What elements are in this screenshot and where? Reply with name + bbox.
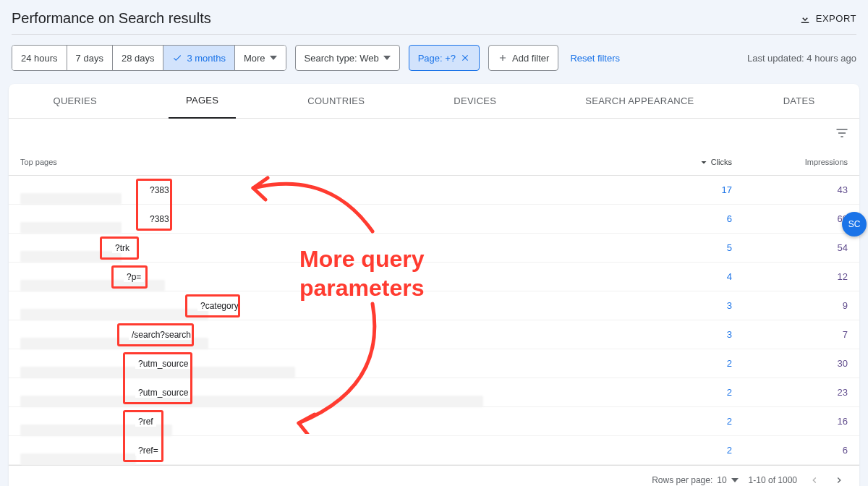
th-clicks-label: Clicks	[711, 158, 732, 166]
page-range: 1-10 of 1000	[749, 475, 797, 485]
prev-page-button[interactable]	[807, 473, 822, 486]
clicks-value: 6	[660, 213, 775, 224]
th-clicks[interactable]: Clicks	[660, 158, 775, 166]
tab-queries[interactable]: QUERIES	[36, 84, 114, 119]
chevron-right-icon	[833, 474, 845, 486]
page-query-text: /search?search	[129, 330, 194, 340]
next-page-button[interactable]	[832, 473, 846, 486]
page-query-text: ?ref=	[135, 446, 161, 456]
tab-countries[interactable]: COUNTRIES	[290, 84, 382, 119]
floating-badge[interactable]: SC	[842, 212, 867, 236]
impressions-value: 23	[775, 387, 848, 398]
table-filter-button[interactable]	[835, 126, 849, 142]
table-row[interactable]: ?ref216	[9, 407, 859, 436]
table-header: Top pages Clicks Impressions	[9, 148, 859, 176]
table-row[interactable]: ?utm_source223	[9, 378, 859, 407]
table-row[interactable]: ?ref=26	[9, 436, 859, 465]
add-filter-chip[interactable]: Add filter	[488, 45, 558, 71]
redacted-url	[20, 222, 122, 234]
close-icon[interactable]	[460, 53, 470, 63]
search-type-chip[interactable]: Search type: Web	[295, 45, 400, 71]
impressions-value: 9	[775, 300, 848, 311]
page-query-text: ?383	[147, 214, 172, 224]
redacted-url	[20, 193, 122, 205]
dimension-tabs: QUERIES PAGES COUNTRIES DEVICES SEARCH A…	[9, 84, 859, 119]
table-row[interactable]: ?utm_source230	[9, 349, 859, 378]
pagination: Rows per page: 10 1-10 of 1000	[9, 465, 859, 486]
impressions-value: 54	[775, 242, 848, 253]
th-top-pages: Top pages	[20, 158, 57, 166]
tab-search-appearance[interactable]: SEARCH APPEARANCE	[568, 84, 711, 119]
date-3m-label: 3 months	[187, 53, 225, 64]
rows-per-page-value[interactable]: 10	[717, 475, 726, 485]
caret-down-icon	[270, 54, 277, 61]
caret-down-icon	[383, 54, 391, 61]
date-3m[interactable]: 3 months	[163, 46, 234, 70]
chevron-left-icon	[809, 474, 820, 486]
table-row[interactable]: ?383660	[9, 205, 859, 234]
clicks-value: 4	[660, 271, 775, 282]
date-24h[interactable]: 24 hours	[12, 46, 67, 70]
plus-icon	[498, 53, 508, 63]
impressions-value: 12	[775, 271, 848, 282]
page-query-text: ?383	[147, 185, 172, 195]
filter-toolbar: 24 hours 7 days 28 days 3 months More Se…	[0, 35, 868, 84]
table-row[interactable]: ?3831743	[9, 176, 859, 205]
page-query-text: ?p=	[124, 272, 144, 282]
table-row[interactable]: ?category39	[9, 291, 859, 320]
date-more[interactable]: More	[235, 46, 286, 70]
th-impressions[interactable]: Impressions	[775, 158, 848, 166]
rows-per-page-label: Rows per page:	[652, 475, 712, 485]
clicks-value: 2	[660, 416, 775, 427]
tab-pages[interactable]: PAGES	[169, 84, 236, 119]
date-7d[interactable]: 7 days	[67, 46, 113, 70]
add-filter-label: Add filter	[512, 53, 549, 64]
redacted-url	[20, 396, 483, 407]
arrow-down-icon	[699, 158, 708, 166]
filter-icon	[835, 126, 849, 140]
search-type-label: Search type: Web	[305, 53, 379, 64]
caret-down-icon	[731, 477, 739, 484]
results-card: QUERIES PAGES COUNTRIES DEVICES SEARCH A…	[9, 84, 859, 486]
page-query-text: ?utm_source	[135, 388, 191, 398]
redacted-url	[20, 309, 208, 320]
clicks-value: 5	[660, 242, 775, 253]
page-filter-chip[interactable]: Page: +?	[409, 45, 480, 71]
check-icon	[172, 53, 182, 63]
clicks-value: 17	[660, 184, 775, 195]
clicks-value: 3	[660, 300, 775, 311]
reset-filters-link[interactable]: Reset filters	[570, 53, 620, 64]
impressions-value: 16	[775, 416, 848, 427]
table-row[interactable]: ?trk554	[9, 234, 859, 263]
redacted-url	[20, 251, 122, 263]
page-query-text: ?utm_source	[135, 359, 191, 369]
impressions-value: 60	[775, 213, 848, 224]
page-filter-label: Page: +?	[418, 53, 456, 64]
tab-dates[interactable]: DATES	[766, 84, 833, 119]
table-row[interactable]: /search?search37	[9, 320, 859, 349]
export-button[interactable]: EXPORT	[799, 12, 856, 25]
clicks-value: 2	[660, 358, 775, 369]
last-updated-label: Last updated: 4 hours ago	[747, 53, 856, 64]
page-query-text: ?trk	[112, 243, 132, 253]
page-query-text: ?category	[197, 301, 242, 311]
page-query-text: ?ref	[135, 417, 156, 427]
impressions-value: 30	[775, 358, 848, 369]
date-range-group: 24 hours 7 days 28 days 3 months More	[12, 45, 286, 71]
clicks-value: 2	[660, 445, 775, 456]
impressions-value: 6	[775, 445, 848, 456]
table-row[interactable]: ?p=412	[9, 263, 859, 291]
tab-devices[interactable]: DEVICES	[436, 84, 514, 119]
impressions-value: 7	[775, 329, 848, 340]
clicks-value: 2	[660, 387, 775, 398]
clicks-value: 3	[660, 329, 775, 340]
download-icon	[799, 12, 812, 25]
redacted-url	[20, 453, 136, 465]
page-title: Performance on Search results	[12, 10, 211, 27]
date-more-label: More	[244, 53, 265, 64]
date-28d[interactable]: 28 days	[113, 46, 164, 70]
impressions-value: 43	[775, 184, 848, 195]
export-label: EXPORT	[816, 13, 856, 24]
